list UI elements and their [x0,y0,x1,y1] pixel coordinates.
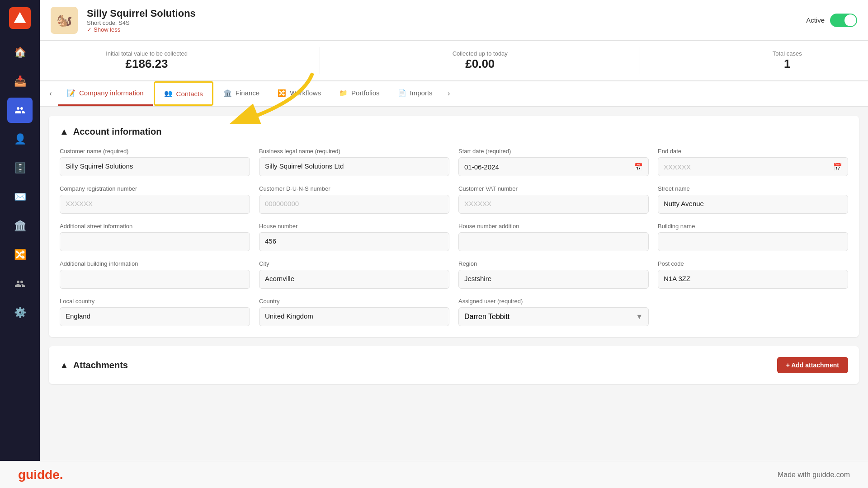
customer-name-field: Customer name (required) Silly Squirrel … [60,148,250,176]
house-number-value[interactable]: 456 [259,232,449,251]
attachments-title: ▲ Attachments [60,360,128,371]
post-code-value[interactable]: N1A 3ZZ [658,270,848,289]
tab-right-arrow[interactable]: › [442,86,456,101]
additional-street-label: Additional street information [60,223,250,230]
contacts-icon: 👥 [164,89,173,98]
collected-value: £0.00 [453,57,508,71]
total-cases-value: 1 [773,57,802,71]
house-number-addition-value[interactable] [458,232,649,251]
sidebar-item-workflows[interactable]: 🔀 [7,242,33,267]
tab-company-label: Company information [79,89,144,97]
region-value[interactable]: Jestshire [458,270,649,289]
app-logo[interactable] [9,7,31,29]
sidebar-item-mail[interactable]: ✉️ [7,184,33,210]
guidde-logo: guidde. [18,468,63,482]
building-name-value[interactable] [658,232,848,251]
end-date-label: End date [658,148,848,155]
building-name-label: Building name [658,223,848,230]
sidebar-item-home[interactable]: 🏠 [7,40,33,65]
stat-divider-2 [640,47,640,74]
assigned-user-label: Assigned user (required) [458,298,649,305]
empty-field-placeholder [658,298,848,326]
account-info-title: Account information [73,127,162,137]
end-date-field: End date XXXXXX 📅 [658,148,848,176]
end-date-value[interactable]: XXXXXX 📅 [658,157,848,176]
form-row-3: Additional street information House numb… [60,223,848,251]
stat-collected: Collected up to today £0.00 [453,50,508,71]
add-attachment-button[interactable]: + Add attachment [777,357,848,373]
form-row-1: Customer name (required) Silly Squirrel … [60,148,848,176]
sidebar-item-settings[interactable]: ⚙️ [7,300,33,325]
attachments-section: ▲ Attachments + Add attachment [49,346,859,384]
start-date-field: Start date (required) 01-06-2024 📅 [458,148,649,176]
sidebar-item-contacts[interactable] [7,98,33,123]
company-short-code: Short code: S4S [87,19,797,26]
calendar-icon[interactable]: 📅 [634,163,643,171]
tab-company-information[interactable]: 📝 Company information [58,81,153,106]
svg-marker-0 [14,12,26,23]
company-reg-value[interactable]: XXXXXX [60,195,250,214]
active-label: Active [806,16,825,24]
initial-value: £186.23 [106,57,188,71]
initial-label: Initial total value to be collected [106,50,188,57]
tab-finance-label: Finance [236,89,259,97]
start-date-value[interactable]: 01-06-2024 📅 [458,157,649,176]
tab-imports[interactable]: 📄 Imports [389,81,442,106]
duns-value[interactable]: 000000000 [259,195,449,214]
portfolios-icon: 📁 [339,89,348,97]
city-value[interactable]: Acornville [259,270,449,289]
start-date-label: Start date (required) [458,148,649,155]
collected-label: Collected up to today [453,50,508,57]
chevron-down-icon: ✓ [87,26,92,33]
building-name-field: Building name [658,223,848,251]
active-toggle[interactable] [830,14,857,27]
local-country-value[interactable]: England [60,307,250,326]
form-row-5: Local country England Country United Kin… [60,298,848,326]
tab-contacts[interactable]: 👥 Contacts [154,81,213,106]
sidebar-item-finance[interactable]: 🏛️ [7,213,33,239]
vat-value[interactable]: XXXXXX [458,195,649,214]
company-info-icon: 📝 [67,89,75,97]
additional-street-value[interactable] [60,232,250,251]
form-row-2: Company registration number XXXXXX Custo… [60,185,848,214]
dropdown-arrow-icon: ▼ [636,313,643,321]
collapse-icon[interactable]: ▲ [60,127,69,137]
additional-building-value[interactable] [60,270,250,289]
customer-name-label: Customer name (required) [60,148,250,155]
tab-finance[interactable]: 🏛️ Finance [214,81,269,106]
vat-label: Customer VAT number [458,185,649,192]
house-number-field: House number 456 [259,223,449,251]
sidebar-item-database[interactable]: 🗄️ [7,155,33,181]
company-reg-label: Company registration number [60,185,250,192]
tab-bar: ‹ 📝 Company information 👥 Contacts 🏛️ Fi… [40,81,868,107]
assigned-user-dropdown[interactable]: Darren Tebbitt ▼ [458,307,649,326]
sidebar-item-team[interactable] [7,271,33,296]
business-legal-name-value[interactable]: Silly Squirrel Solutions Ltd [259,157,449,176]
house-number-label: House number [259,223,449,230]
house-number-addition-field: House number addition [458,223,649,251]
street-name-value[interactable]: Nutty Avenue [658,195,848,214]
local-country-label: Local country [60,298,250,305]
sidebar-item-users[interactable]: 👤 [7,127,33,152]
country-value[interactable]: United Kingdom [259,307,449,326]
company-info: Silly Squirrel Solutions Short code: S4S… [87,8,797,33]
top-header: 🐿️ Silly Squirrel Solutions Short code: … [40,0,868,41]
tab-workflows[interactable]: 🔀 Workflows [269,81,330,106]
company-reg-field: Company registration number XXXXXX [60,185,250,214]
end-calendar-icon[interactable]: 📅 [833,163,842,171]
duns-field: Customer D-U-N-S number 000000000 [259,185,449,214]
tab-portfolios[interactable]: 📁 Portfolios [330,81,389,106]
tab-portfolios-label: Portfolios [351,89,380,97]
workflows-icon: 🔀 [278,89,286,97]
assigned-user-field: Assigned user (required) Darren Tebbitt … [458,298,649,326]
tab-contacts-label: Contacts [176,90,203,98]
tab-left-arrow[interactable]: ‹ [43,86,58,101]
sidebar: 🏠 📥 👤 🗄️ ✉️ 🏛️ 🔀 ⚙️ [0,0,40,488]
tab-imports-label: Imports [410,89,433,97]
customer-name-value[interactable]: Silly Squirrel Solutions [60,157,250,176]
show-less-button[interactable]: ✓ Show less [87,26,797,33]
region-field: Region Jestshire [458,260,649,289]
sidebar-item-inbox[interactable]: 📥 [7,69,33,94]
business-legal-name-label: Business legal name (required) [259,148,449,155]
collapse-attachments-icon[interactable]: ▲ [60,360,69,371]
